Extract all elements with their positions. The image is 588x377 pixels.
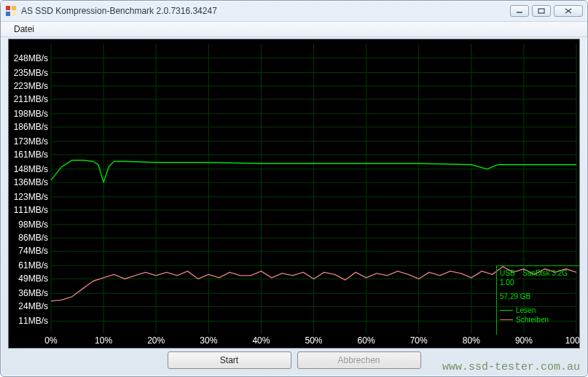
svg-rect-3 [12, 12, 16, 16]
info-firmware: 1.00 [500, 278, 576, 287]
info-device: SanDisk 3.2G [522, 268, 568, 278]
window-controls [510, 5, 583, 17]
device-info-box: USB SanDisk 3.2G 1.00 57,29 GB Lesen Sch… [496, 265, 579, 335]
svg-text:86MB/s: 86MB/s [18, 233, 48, 243]
titlebar[interactable]: AS SSD Kompression-Benchmark 2.0.7316.34… [1, 1, 587, 21]
legend-write-label: Schreiben [516, 315, 549, 324]
svg-text:90%: 90% [515, 335, 533, 346]
app-icon [5, 5, 17, 17]
menubar: Datei [1, 21, 587, 37]
svg-text:0%: 0% [44, 335, 58, 346]
svg-text:123MB/s: 123MB/s [14, 192, 48, 202]
info-capacity: 57,29 GB [500, 292, 576, 301]
svg-text:100%: 100% [565, 335, 579, 346]
svg-text:60%: 60% [358, 335, 375, 346]
svg-text:61MB/s: 61MB/s [18, 260, 48, 271]
svg-rect-0 [6, 6, 10, 10]
svg-text:24MB/s: 24MB/s [18, 301, 48, 311]
info-interface: USB [500, 268, 515, 278]
minimize-button[interactable] [510, 5, 529, 17]
svg-text:161MB/s: 161MB/s [14, 149, 48, 160]
svg-text:20%: 20% [147, 335, 165, 346]
svg-text:111MB/s: 111MB/s [14, 205, 48, 215]
svg-text:10%: 10% [95, 335, 112, 346]
svg-text:74MB/s: 74MB/s [18, 246, 48, 256]
window-title: AS SSD Kompression-Benchmark 2.0.7316.34… [21, 6, 510, 16]
menu-file[interactable]: Datei [8, 23, 40, 36]
svg-text:235MB/s: 235MB/s [14, 68, 48, 78]
close-button[interactable] [554, 5, 583, 17]
svg-text:11MB/s: 11MB/s [18, 316, 48, 326]
svg-text:248MB/s: 248MB/s [14, 53, 48, 63]
svg-text:136MB/s: 136MB/s [14, 177, 48, 187]
svg-text:50%: 50% [305, 335, 322, 346]
svg-text:40%: 40% [252, 335, 270, 346]
svg-text:80%: 80% [463, 335, 480, 346]
svg-text:198MB/s: 198MB/s [14, 109, 48, 119]
svg-rect-1 [12, 6, 16, 10]
app-window: AS SSD Kompression-Benchmark 2.0.7316.34… [0, 0, 588, 377]
svg-rect-5 [538, 9, 544, 13]
chart-canvas: 11MB/s24MB/s36MB/s49MB/s61MB/s74MB/s86MB… [9, 39, 579, 348]
svg-text:148MB/s: 148MB/s [14, 164, 48, 174]
svg-text:98MB/s: 98MB/s [18, 219, 48, 230]
maximize-button[interactable] [532, 5, 551, 17]
abort-button: Abbrechen [297, 351, 421, 369]
svg-text:223MB/s: 223MB/s [14, 81, 48, 91]
button-row: Start Abbrechen [1, 351, 587, 372]
svg-text:36MB/s: 36MB/s [18, 288, 48, 298]
svg-text:70%: 70% [410, 335, 428, 346]
svg-text:49MB/s: 49MB/s [18, 273, 48, 284]
legend-line-read [500, 310, 513, 311]
svg-text:173MB/s: 173MB/s [14, 136, 48, 147]
svg-rect-2 [6, 12, 10, 16]
svg-text:186MB/s: 186MB/s [14, 122, 48, 132]
legend-line-write [500, 319, 513, 320]
chart-area: 11MB/s24MB/s36MB/s49MB/s61MB/s74MB/s86MB… [8, 39, 580, 349]
start-button[interactable]: Start [168, 351, 291, 369]
svg-text:211MB/s: 211MB/s [14, 94, 48, 104]
legend-read-label: Lesen [516, 306, 536, 315]
svg-text:30%: 30% [200, 335, 217, 346]
